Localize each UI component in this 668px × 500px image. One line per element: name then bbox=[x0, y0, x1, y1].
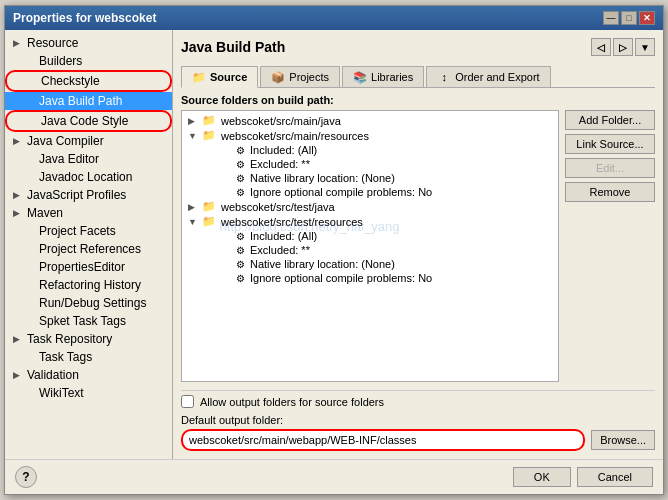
tree-expand-icon: ▼ bbox=[188, 131, 200, 141]
tree-item-label: webscoket/src/test/java bbox=[221, 201, 335, 213]
nav-buttons: ◁ ▷ ▼ bbox=[591, 38, 655, 56]
projects-tab-icon: 📦 bbox=[271, 70, 285, 84]
tab-order-and-export[interactable]: ↕Order and Export bbox=[426, 66, 550, 87]
tree-item-label: webscoket/src/test/resources bbox=[221, 216, 363, 228]
source-label: Source folders on build path: bbox=[181, 94, 655, 106]
help-button[interactable]: ? bbox=[15, 466, 37, 488]
sidebar-item-javadoc-location[interactable]: Javadoc Location bbox=[5, 168, 172, 186]
maximize-button[interactable]: □ bbox=[621, 11, 637, 25]
sidebar-item-label: WikiText bbox=[39, 386, 84, 400]
output-folder-row: Browse... bbox=[181, 429, 655, 451]
sidebar-item-task-repository[interactable]: ▶Task Repository bbox=[5, 330, 172, 348]
tree-item-label: Native library location: (None) bbox=[250, 258, 395, 270]
sidebar-item-propertieseditor[interactable]: PropertiesEditor bbox=[5, 258, 172, 276]
sidebar-item-label: Run/Debug Settings bbox=[39, 296, 146, 310]
tree-item[interactable]: ▼📁webscoket/src/main/resources bbox=[184, 128, 556, 143]
sidebar-item-label: Project References bbox=[39, 242, 141, 256]
tree-expand-icon: ▶ bbox=[188, 116, 200, 126]
setting-icon: ⚙ bbox=[236, 173, 245, 184]
tree-item: ⚙Excluded: ** bbox=[184, 243, 556, 257]
sidebar-item-rundebug-settings[interactable]: Run/Debug Settings bbox=[5, 294, 172, 312]
sidebar-item-builders[interactable]: Builders bbox=[5, 52, 172, 70]
expand-arrow-icon: ▶ bbox=[13, 334, 23, 344]
footer-buttons: OK Cancel bbox=[513, 467, 653, 487]
tab-projects[interactable]: 📦Projects bbox=[260, 66, 340, 87]
expand-arrow-icon: ▶ bbox=[13, 38, 23, 48]
remove-button[interactable]: Remove bbox=[565, 182, 655, 202]
sidebar-item-validation[interactable]: ▶Validation bbox=[5, 366, 172, 384]
link-source-button[interactable]: Link Source... bbox=[565, 134, 655, 154]
page-title: Java Build Path bbox=[181, 39, 285, 55]
tree-item[interactable]: ▶📁webscoket/src/test/java bbox=[184, 199, 556, 214]
sidebar-item-resource[interactable]: ▶Resource bbox=[5, 34, 172, 52]
tree-item-label: webscoket/src/main/java bbox=[221, 115, 341, 127]
sidebar-item-wikitext[interactable]: WikiText bbox=[5, 384, 172, 402]
sidebar-item-checkstyle[interactable]: Checkstyle bbox=[5, 70, 172, 92]
close-button[interactable]: ✕ bbox=[639, 11, 655, 25]
minimize-button[interactable]: — bbox=[603, 11, 619, 25]
sidebar-item-java-compiler[interactable]: ▶Java Compiler bbox=[5, 132, 172, 150]
sidebar-item-label: PropertiesEditor bbox=[39, 260, 125, 274]
browse-button[interactable]: Browse... bbox=[591, 430, 655, 450]
folder-icon: 📁 bbox=[202, 114, 216, 127]
sidebar-item-project-facets[interactable]: Project Facets bbox=[5, 222, 172, 240]
window-title: Properties for webscoket bbox=[13, 11, 156, 25]
setting-icon: ⚙ bbox=[236, 273, 245, 284]
tree-item: ⚙Native library location: (None) bbox=[184, 171, 556, 185]
title-bar: Properties for webscoket — □ ✕ bbox=[5, 6, 663, 30]
page-title-bar: Java Build Path ◁ ▷ ▼ bbox=[181, 38, 655, 60]
tree-item-label: Included: (All) bbox=[250, 230, 317, 242]
setting-icon: ⚙ bbox=[236, 159, 245, 170]
tree-item-label: Ignore optional compile problems: No bbox=[250, 272, 432, 284]
sidebar-item-javascript-profiles[interactable]: ▶JavaScript Profiles bbox=[5, 186, 172, 204]
main-content: Java Build Path ◁ ▷ ▼ 📁Source📦Projects📚L… bbox=[173, 30, 663, 459]
edit-button[interactable]: Edit... bbox=[565, 158, 655, 178]
sidebar-item-label: Java Code Style bbox=[41, 114, 128, 128]
sidebar-item-task-tags[interactable]: Task Tags bbox=[5, 348, 172, 366]
dropdown-button[interactable]: ▼ bbox=[635, 38, 655, 56]
tree-item-label: Excluded: ** bbox=[250, 244, 310, 256]
tree-item: ⚙Included: (All) bbox=[184, 143, 556, 157]
libraries-tab-icon: 📚 bbox=[353, 70, 367, 84]
output-folder-input[interactable] bbox=[181, 429, 585, 451]
setting-icon: ⚙ bbox=[236, 145, 245, 156]
tab-label: Order and Export bbox=[455, 71, 539, 83]
sidebar-item-label: Java Editor bbox=[39, 152, 99, 166]
tab-source[interactable]: 📁Source bbox=[181, 66, 258, 88]
cancel-button[interactable]: Cancel bbox=[577, 467, 653, 487]
tree-item-label: webscoket/src/main/resources bbox=[221, 130, 369, 142]
tree-item-label: Excluded: ** bbox=[250, 158, 310, 170]
allow-output-row: Allow output folders for source folders bbox=[181, 395, 655, 408]
tree-item: ⚙Ignore optional compile problems: No bbox=[184, 185, 556, 199]
sidebar-item-spket-task-tags[interactable]: Spket Task Tags bbox=[5, 312, 172, 330]
add-folder-button[interactable]: Add Folder... bbox=[565, 110, 655, 130]
bottom-section: Allow output folders for source folders … bbox=[181, 390, 655, 451]
sidebar-item-label: Refactoring History bbox=[39, 278, 141, 292]
sidebar-item-label: Java Build Path bbox=[39, 94, 122, 108]
tree-panel: http://blog.csdn.net/y_hai_yang ▶📁websco… bbox=[181, 110, 559, 382]
content-panel: http://blog.csdn.net/y_hai_yang ▶📁websco… bbox=[181, 110, 655, 382]
back-button[interactable]: ◁ bbox=[591, 38, 611, 56]
sidebar-item-maven[interactable]: ▶Maven bbox=[5, 204, 172, 222]
sidebar-item-project-references[interactable]: Project References bbox=[5, 240, 172, 258]
sidebar-item-label: Validation bbox=[27, 368, 79, 382]
tree-item: ⚙Native library location: (None) bbox=[184, 257, 556, 271]
sidebar-item-java-build-path[interactable]: Java Build Path bbox=[5, 92, 172, 110]
forward-button[interactable]: ▷ bbox=[613, 38, 633, 56]
tree-item-label: Native library location: (None) bbox=[250, 172, 395, 184]
allow-output-checkbox[interactable] bbox=[181, 395, 194, 408]
sidebar-item-refactoring-history[interactable]: Refactoring History bbox=[5, 276, 172, 294]
ok-button[interactable]: OK bbox=[513, 467, 571, 487]
sidebar-item-java-editor[interactable]: Java Editor bbox=[5, 150, 172, 168]
sidebar-item-label: JavaScript Profiles bbox=[27, 188, 126, 202]
tree-item[interactable]: ▶📁webscoket/src/main/java bbox=[184, 113, 556, 128]
tab-label: Projects bbox=[289, 71, 329, 83]
tab-label: Libraries bbox=[371, 71, 413, 83]
sidebar-item-label: Javadoc Location bbox=[39, 170, 132, 184]
sidebar-item-java-code-style[interactable]: Java Code Style bbox=[5, 110, 172, 132]
tree-item[interactable]: ▼📁webscoket/src/test/resources bbox=[184, 214, 556, 229]
title-bar-buttons: — □ ✕ bbox=[603, 11, 655, 25]
sidebar-item-label: Task Tags bbox=[39, 350, 92, 364]
sidebar-item-label: Resource bbox=[27, 36, 78, 50]
tab-libraries[interactable]: 📚Libraries bbox=[342, 66, 424, 87]
